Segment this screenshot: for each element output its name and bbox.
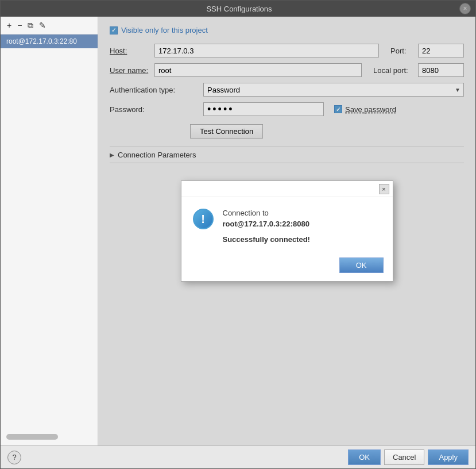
- window-close-button[interactable]: ×: [459, 3, 471, 14]
- dialog-icon-label: !: [201, 213, 205, 225]
- dialog-content: ! Connection to root@172.17.0.3:22:8080 …: [181, 197, 393, 253]
- dialog-ok-button[interactable]: OK: [339, 257, 384, 273]
- right-panel: Visible only for this project Host: Port…: [98, 17, 475, 445]
- apply-button[interactable]: Apply: [428, 449, 469, 465]
- help-button[interactable]: ?: [7, 451, 21, 464]
- dialog-text-area: Connection to root@172.17.0.3:22:8080 Su…: [223, 209, 381, 244]
- window-title: SSH Configurations: [19, 5, 459, 13]
- ok-button[interactable]: OK: [348, 449, 381, 465]
- edit-config-button[interactable]: ✎: [37, 20, 48, 30]
- dialog-title-bar: ×: [181, 181, 393, 197]
- sidebar-item-connection[interactable]: root@172.17.0.3:22:80: [1, 34, 98, 48]
- cancel-button[interactable]: Cancel: [384, 449, 424, 465]
- sidebar-toolbar: + − ⧉ ✎: [1, 17, 98, 34]
- bottom-buttons: OK Cancel Apply: [348, 449, 469, 465]
- content-area: + − ⧉ ✎ root@172.17.0.3:22:80 Visible on…: [1, 17, 475, 445]
- dialog-header-text: Connection to: [223, 209, 381, 217]
- remove-config-button[interactable]: −: [16, 20, 24, 30]
- dialog-connection-text: root@172.17.0.3:22:8080: [223, 220, 381, 228]
- title-bar: SSH Configurations ×: [1, 1, 475, 17]
- dialog-success-text: Successfully connected!: [223, 235, 381, 244]
- main-window: SSH Configurations × + − ⧉ ✎ root@172.17…: [0, 0, 476, 469]
- sidebar-scroll-area: [1, 48, 98, 445]
- modal-overlay: × ! Connection to root@172.17.0.3:22:808…: [98, 17, 475, 445]
- dialog-info-icon: !: [193, 209, 214, 229]
- dialog-footer: OK: [181, 253, 393, 281]
- sidebar-scrollbar[interactable]: [6, 434, 58, 440]
- sidebar: + − ⧉ ✎ root@172.17.0.3:22:80: [1, 17, 98, 445]
- add-config-button[interactable]: +: [5, 20, 13, 30]
- connection-dialog: × ! Connection to root@172.17.0.3:22:808…: [181, 180, 393, 282]
- bottom-bar: ? OK Cancel Apply: [1, 445, 475, 468]
- dialog-close-button[interactable]: ×: [379, 184, 389, 194]
- copy-config-button[interactable]: ⧉: [26, 20, 35, 30]
